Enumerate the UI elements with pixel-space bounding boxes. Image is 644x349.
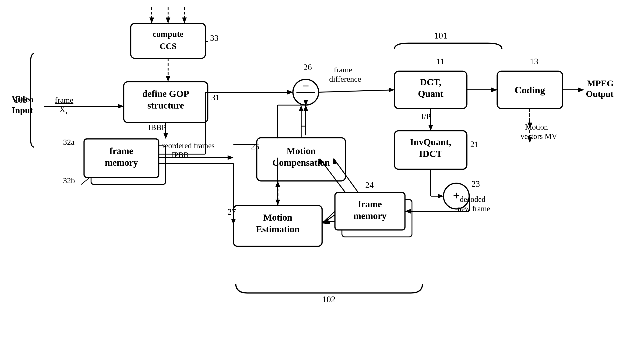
ibbp-label: IBBP [148, 123, 166, 132]
ref-32b: 32b [63, 176, 75, 185]
ref-26: 26 [304, 62, 312, 72]
ref-32a: 32a [63, 138, 74, 146]
ref-13: 13 [530, 57, 538, 66]
svg-text:compute: compute [153, 30, 184, 39]
ref-24: 24 [365, 180, 374, 190]
svg-text:memory: memory [105, 157, 138, 168]
frame-diff-label: frame [334, 65, 352, 74]
ref-25: 25 [251, 142, 259, 151]
mpeg-output-label2: Output [586, 89, 614, 99]
svg-text:CCS: CCS [160, 42, 176, 51]
ref-103: 103 [14, 95, 27, 104]
ref-27: 27 [228, 207, 236, 217]
frame-diff-label2: difference [329, 75, 361, 83]
svg-text:frame: frame [110, 146, 133, 156]
ref-11: 11 [436, 57, 445, 66]
ref-102: 102 [322, 294, 336, 304]
svg-text:structure: structure [148, 100, 184, 111]
svg-text:memory: memory [354, 210, 386, 221]
svg-text:define GOP: define GOP [142, 88, 189, 99]
svg-text:Motion: Motion [287, 146, 316, 156]
ref-101: 101 [434, 30, 448, 40]
svg-text:Estimation: Estimation [256, 224, 300, 234]
diagram-container: compute CCS 33 define GOP structure 31 f… [0, 0, 644, 349]
ref-21: 21 [470, 140, 479, 149]
ref-23: 23 [472, 179, 480, 188]
decoded-new-frame: decoded [460, 195, 486, 204]
motion-vectors-label2: vectors MV [520, 132, 557, 140]
svg-text:−: − [302, 79, 309, 92]
xn-sub: n [66, 110, 68, 116]
svg-text:Motion: Motion [263, 212, 292, 223]
svg-text:DCT,: DCT, [420, 77, 441, 87]
svg-rect-1 [131, 23, 206, 58]
svg-text:InvQuant,: InvQuant, [410, 137, 452, 147]
svg-text:Quant: Quant [418, 88, 444, 99]
mpeg-output-label: MPEG [587, 78, 614, 88]
svg-text:Coding: Coding [515, 85, 545, 96]
ref-31: 31 [211, 93, 220, 102]
ref-33: 33 [210, 34, 218, 43]
svg-text:frame: frame [358, 199, 382, 210]
ip-label: I/P [421, 112, 431, 121]
svg-text:+: + [453, 189, 460, 202]
reordered-frames-label: reordered frames [162, 142, 214, 150]
svg-text:IDCT: IDCT [419, 148, 442, 159]
frame-xn-label: frame [55, 96, 73, 104]
